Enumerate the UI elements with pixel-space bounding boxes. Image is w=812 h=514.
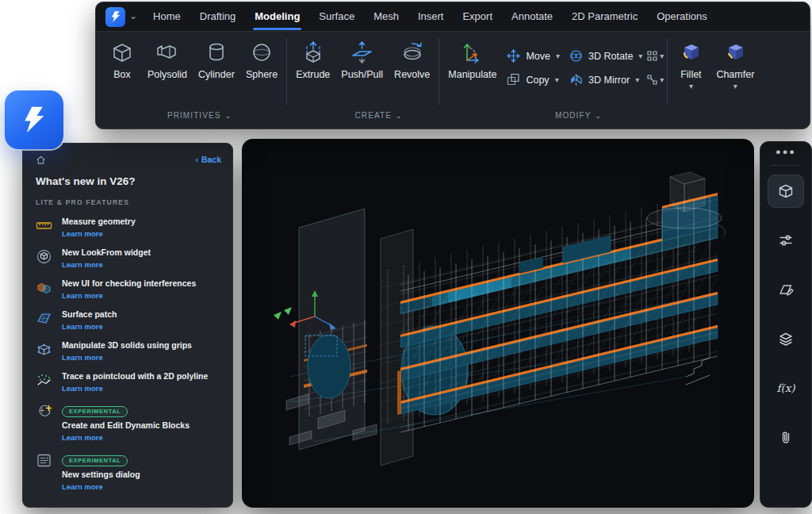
tab-export[interactable]: Export: [453, 2, 502, 31]
markup-button[interactable]: [760, 265, 811, 314]
learn-more-link[interactable]: Learn more: [62, 384, 208, 393]
tool-extrude[interactable]: Extrude: [290, 38, 335, 80]
section-header: LITE & PRO FEATURES: [36, 198, 221, 206]
learn-more-link[interactable]: Learn more: [62, 291, 196, 301]
feature-title: Trace a pointcloud with a 2D polyline: [62, 371, 208, 382]
tab-insert[interactable]: Insert: [408, 2, 454, 31]
tab-surface[interactable]: Surface: [309, 2, 364, 31]
dropdown-caret-icon[interactable]: ▾: [635, 76, 639, 84]
sketch-pencil-icon: [778, 282, 794, 297]
experimental-badge: EXPERIMENTAL: [62, 455, 128, 466]
array-grid-icon: [647, 51, 657, 61]
bricscad-bolt-icon: [109, 10, 122, 23]
feature-title: Manipulate 3D solids using grips: [62, 340, 192, 351]
learn-more-link[interactable]: Learn more: [62, 229, 136, 239]
tool-label: Copy: [526, 75, 549, 86]
attachments-button[interactable]: [760, 412, 811, 462]
dropdown-caret-icon[interactable]: ▾: [555, 76, 559, 84]
learn-more-link[interactable]: Learn more: [62, 482, 140, 492]
tab-annotate[interactable]: Annotate: [502, 2, 562, 31]
tool-label: Move: [526, 51, 550, 62]
polysolid-icon: [153, 38, 182, 67]
model-browser-button[interactable]: [768, 175, 804, 208]
feature-item: Surface patch Learn more: [36, 309, 221, 332]
ribbon: ⌄ Home Drafting Modeling Surface Mesh In…: [95, 2, 810, 129]
dropdown-caret-icon[interactable]: ▾: [689, 82, 693, 90]
expressions-button[interactable]: f(x): [760, 363, 811, 412]
feature-body: New UI for checking interferences Learn …: [62, 278, 196, 301]
tool-3d-rotate[interactable]: 3D Rotate ▾: [569, 49, 642, 63]
layers-button[interactable]: [760, 314, 811, 363]
tool-move[interactable]: Move ▾: [507, 49, 560, 63]
feature-body: New LookFrom widget Learn more: [62, 247, 151, 270]
array-tool-button[interactable]: ▾: [647, 51, 664, 61]
layers-icon: [778, 331, 794, 347]
tool-polysolid[interactable]: Polysolid: [142, 38, 193, 80]
home-icon[interactable]: [36, 155, 46, 165]
tab-modeling[interactable]: Modeling: [245, 2, 309, 31]
tab-operations[interactable]: Operations: [647, 2, 717, 31]
tool-label: Manipulate: [448, 69, 496, 80]
learn-more-link[interactable]: Learn more: [62, 260, 151, 270]
pointcloud-trace-icon: [36, 372, 52, 389]
dropdown-caret-icon[interactable]: ▾: [660, 76, 664, 84]
model-render: [242, 139, 754, 508]
group-caption-modify[interactable]: MODIFY⌄: [461, 111, 695, 120]
learn-more-link[interactable]: Learn more: [62, 433, 190, 443]
caption-label: PRIMITIVES: [167, 111, 221, 120]
tab-mesh[interactable]: Mesh: [364, 2, 408, 31]
bricscad-brand-logo[interactable]: [5, 90, 63, 149]
feature-title: Measure geometry: [62, 217, 136, 227]
lookfrom-widget-icon: [36, 248, 52, 265]
tab-home[interactable]: Home: [144, 2, 190, 31]
measure-geometry-icon: [36, 217, 52, 234]
tool-fillet[interactable]: Fillet ▾: [671, 38, 710, 90]
rotate-3d-icon: [569, 49, 583, 63]
app-menu-caret-icon[interactable]: ⌄: [129, 10, 137, 21]
back-chevron-icon: ‹: [195, 155, 198, 164]
tool-label: Chamfer: [716, 69, 754, 80]
tool-chamfer[interactable]: Chamfer ▾: [710, 38, 760, 90]
dropdown-caret-icon[interactable]: ▾: [733, 82, 737, 90]
group-caption-create[interactable]: CREATE⌄: [301, 111, 456, 120]
viewport[interactable]: [242, 139, 754, 508]
dropdown-caret-icon[interactable]: ▾: [660, 52, 664, 60]
tool-3d-mirror[interactable]: 3D Mirror ▾: [569, 73, 642, 86]
tool-label: Box: [113, 69, 131, 80]
caption-label: MODIFY: [555, 111, 592, 120]
tab-2d-parametric[interactable]: 2D Parametric: [562, 2, 647, 31]
copy-icon: [507, 73, 520, 86]
bricscad-bolt-icon: [19, 105, 49, 135]
group-divider: [286, 38, 287, 105]
dropdown-caret-icon[interactable]: ▾: [556, 52, 560, 60]
tool-manipulate[interactable]: Manipulate: [442, 38, 502, 80]
back-label: Back: [201, 155, 221, 164]
tool-label: Revolve: [394, 69, 430, 80]
feature-body: Trace a pointcloud with a 2D polyline Le…: [62, 371, 208, 393]
learn-more-link[interactable]: Learn more: [62, 353, 192, 362]
tool-cylinder[interactable]: Cylinder: [193, 38, 240, 80]
adjustments-button[interactable]: [760, 216, 811, 265]
dropdown-caret-icon[interactable]: ▾: [638, 52, 642, 60]
grips-icon: [36, 341, 52, 358]
feature-item: EXPERIMENTAL Create and Edit Dynamic Blo…: [36, 402, 221, 443]
tool-box[interactable]: Box: [102, 38, 142, 80]
tab-drafting[interactable]: Drafting: [190, 2, 246, 31]
tool-copy[interactable]: Copy ▾: [507, 73, 560, 86]
tool-label: Sphere: [246, 69, 278, 80]
back-button[interactable]: ‹ Back: [195, 155, 221, 164]
tool-push-pull[interactable]: Push/Pull: [335, 38, 389, 80]
app-logo-button[interactable]: [105, 7, 125, 27]
group-caption-primitives[interactable]: PRIMITIVES⌄: [102, 111, 296, 120]
tool-sphere[interactable]: Sphere: [240, 38, 283, 80]
tool-label: Polysolid: [147, 69, 187, 80]
feature-item: New LookFrom widget Learn more: [36, 247, 221, 270]
learn-more-link[interactable]: Learn more: [62, 322, 117, 332]
more-options-button[interactable]: ●●●: [776, 147, 796, 163]
feature-title: New settings dialog: [62, 470, 140, 480]
pattern-tool-button[interactable]: ▾: [647, 75, 664, 85]
feature-title: Create and Edit Dynamic Blocks: [62, 420, 190, 431]
tool-revolve[interactable]: Revolve: [389, 38, 435, 80]
interference-check-icon: [36, 279, 52, 296]
sidebar-divider: [771, 165, 801, 166]
